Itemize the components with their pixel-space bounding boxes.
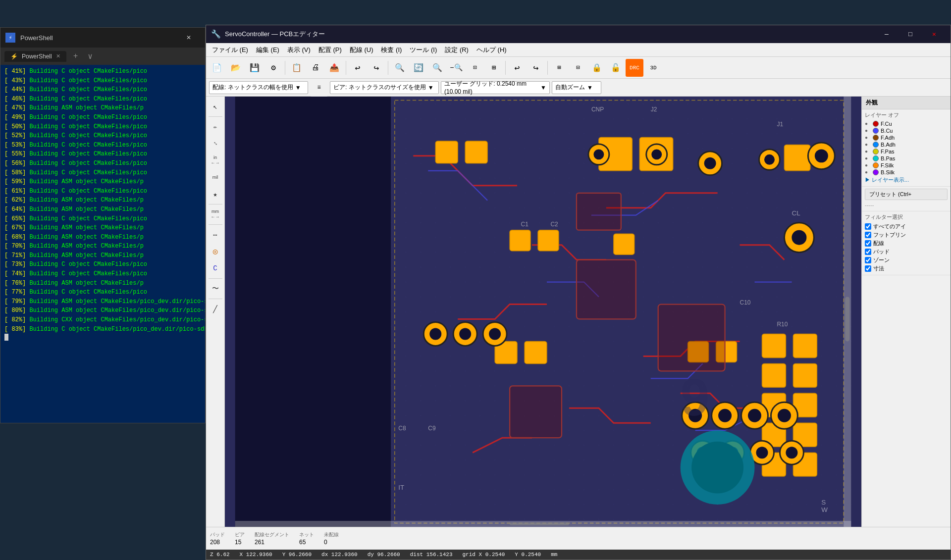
grid2-btn[interactable]: ⊟ [569,59,587,77]
ps-output-line: [ 82%] Building CXX object CMakeFiles/pi… [4,315,201,325]
3d-btn[interactable]: 3D [644,59,662,77]
layer-item-b-pas[interactable]: ● B.Pas [865,155,948,162]
layer-item-b-cu[interactable]: ● B.Cu [865,127,948,134]
ps-line-text: Building C object CMakeFiles/pico [29,95,147,104]
layer-item-b-adh[interactable]: ● B.Adh [865,141,948,148]
select-tool-btn[interactable]: ↖ [208,99,223,114]
ps-output-line: [ 73%] Building C object CMakeFiles/pico [4,260,201,269]
filter-item---[interactable]: 配線 [865,239,948,248]
copy-btn[interactable]: 📋 [288,59,306,77]
in-unit-btn[interactable]: in←→ [208,153,223,168]
strip-sep-2 [209,204,222,204]
svg-rect-6 [465,141,487,163]
filter-item---[interactable]: 寸法 [865,264,948,273]
ps-line-text: Building C object CMakeFiles/pico [29,131,147,141]
undo-btn[interactable]: ↩ [349,59,367,77]
menu-item-ツール[interactable]: ツール (I) [406,44,441,56]
refresh-btn[interactable]: 🔄 [410,59,427,77]
zoom-in-btn[interactable]: 🔍 [428,59,446,77]
ps-tab[interactable]: ⚡ PowerShell ✕ [4,51,66,62]
menu-item-表示[interactable]: 表示 (V) [283,44,315,56]
export-btn[interactable]: 📤 [325,59,343,77]
layer-eye-icon: ● [865,169,871,175]
mm-unit-btn[interactable]: mm←→ [208,206,223,222]
filter-item----[interactable]: ゾーン [865,256,948,264]
net-status: ネット 65 [299,531,314,546]
highlight-net-btn[interactable]: ◎ [208,244,223,259]
diag-line-btn[interactable]: ╱ [208,301,223,317]
redo-btn[interactable]: ↪ [368,59,385,77]
menu-item-ヘルプ[interactable]: ヘルプ (H) [473,44,511,56]
kicad-maximize-btn[interactable]: □ [899,26,922,42]
filter-checkbox[interactable] [865,249,871,255]
undo2-btn[interactable]: ↩ [508,59,526,77]
mil-unit-btn[interactable]: mil [208,169,223,185]
menu-item-配線[interactable]: 配線 (U) [346,44,377,56]
layer-item-b-silk[interactable]: ● B.Silk [865,169,948,176]
zoom-label: 自動ズーム [555,83,585,92]
ps-add-tab-btn[interactable]: + [70,51,81,62]
ps-tabs: ⚡ PowerShell ✕ + ∨ [0,48,205,65]
wave-btn[interactable]: 〜 [208,281,223,297]
filter-checkbox[interactable] [865,265,871,272]
layer-item-f-adh[interactable]: ● F.Adh [865,134,948,141]
zoom-select[interactable]: 自動ズーム ▼ [552,81,601,94]
layers-list: ● F.Cu ● B.Cu ● F.Adh ● B.Adh ● F.Pas ● … [865,120,948,176]
seg-label: 配線セグメント [255,531,289,538]
filter-item-------[interactable]: すべてのアイ [865,222,948,231]
redo2-btn[interactable]: ↪ [527,59,545,77]
svg-rect-10 [510,230,530,251]
kicad-minimize-btn[interactable]: — [875,26,898,42]
drc2-btn[interactable]: C [208,260,223,276]
star-btn[interactable]: ★ [208,186,223,202]
pcb-svg: 9 C8 C9 CNP J2 J1 R10 C10 C1 C2 IT [225,97,861,527]
grid-select[interactable]: ユーザー グリッド: 0.2540 mm (10.00 mil) ▼ [441,81,550,94]
menu-item-編集[interactable]: 編集 (E) [252,44,283,56]
svg-text:R10: R10 [777,321,788,328]
net-inspector-btn[interactable]: ⋯ [208,227,223,243]
unlock-btn[interactable]: 🔓 [607,59,625,77]
svg-text:IT: IT [398,484,404,491]
ps-percent: [ 58%] [4,168,26,178]
menu-item-配置[interactable]: 配置 (P) [315,44,346,56]
menu-item-設定[interactable]: 設定 (R) [441,44,473,56]
zoom-area-btn[interactable]: ⊞ [485,59,503,77]
filter-checkbox[interactable] [865,232,871,238]
route-mode-btn[interactable]: ≡ [310,79,328,97]
ps-output-line: [ 52%] Building C object CMakeFiles/pico [4,131,201,141]
layer-item-f-silk[interactable]: ● F.Silk [865,162,948,169]
route-track-btn[interactable]: ↔ [206,132,226,154]
menu-item-ファイル[interactable]: ファイル (E) [208,44,252,56]
settings-btn[interactable]: ⚙ [264,59,282,77]
search-btn[interactable]: 🔍 [391,59,409,77]
layer-display-btn[interactable]: ▶ レイヤー表示... [865,176,948,184]
filter-item-------[interactable]: フットプリン [865,231,948,239]
ps-line-text: Building C object CMakeFiles/pico [29,260,147,269]
zoom-out-btn[interactable]: −🔍 [447,59,465,77]
ps-close-btn[interactable]: ✕ [177,30,200,46]
new-file-btn[interactable]: 📄 [208,59,226,77]
filter-checkbox[interactable] [865,257,871,263]
route-width-select[interactable]: 配線: ネットクラスの幅を使用 ▼ [209,81,308,94]
zoom-fit-btn[interactable]: ⊡ [466,59,484,77]
lock-btn[interactable]: 🔒 [588,59,606,77]
via-size-select[interactable]: ビア: ネットクラスのサイズを使用 ▼ [330,81,439,94]
ps-percent: [ 46%] [4,95,26,104]
pcb-canvas[interactable]: 9 C8 C9 CNP J2 J1 R10 C10 C1 C2 IT [225,97,861,527]
filter-item----[interactable]: パッド [865,248,948,256]
drc-btn[interactable]: DRC [626,59,643,77]
layer-item-f-pas[interactable]: ● F.Pas [865,148,948,155]
menu-item-検査[interactable]: 検査 (I) [377,44,406,56]
open-file-btn[interactable]: 📂 [227,59,245,77]
print-btn[interactable]: 🖨 [307,59,324,77]
preset-btn[interactable]: プリセット (Ctrl+ [865,189,948,200]
layer-item-f-cu[interactable]: ● F.Cu [865,120,948,127]
save-file-btn[interactable]: 💾 [246,59,264,77]
filter-checkbox[interactable] [865,240,871,247]
kicad-close-btn[interactable]: ✕ [923,26,946,42]
grid-btn[interactable]: ⊞ [550,59,568,77]
ps-tab-close[interactable]: ✕ [56,53,60,59]
ps-tab-arrow-btn[interactable]: ∨ [85,51,96,62]
filter-checkbox[interactable] [865,223,871,230]
grid-dropdown-icon: ▼ [540,84,546,91]
